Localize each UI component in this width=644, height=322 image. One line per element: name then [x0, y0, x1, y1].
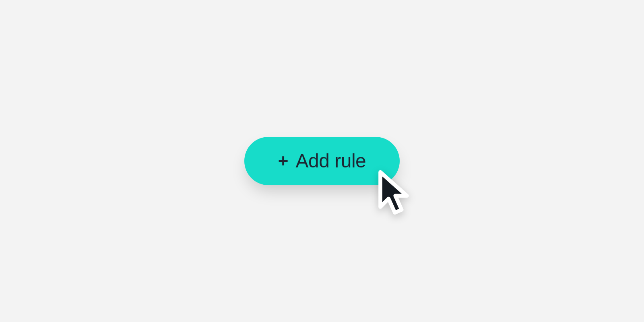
button-label: Add rule: [295, 151, 366, 171]
plus-icon: +: [278, 152, 289, 170]
button-container: + Add rule: [244, 137, 400, 185]
cursor-icon: [371, 168, 419, 221]
